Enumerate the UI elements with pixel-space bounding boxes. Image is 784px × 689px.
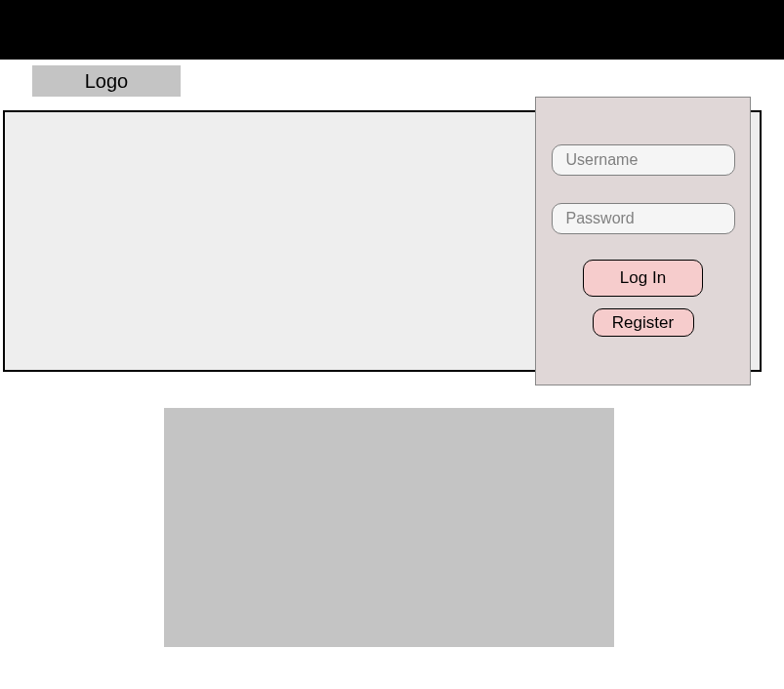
register-button[interactable]: Register	[593, 308, 694, 337]
password-input[interactable]	[552, 203, 735, 234]
logo: Logo	[32, 65, 181, 97]
login-button[interactable]: Log In	[583, 260, 703, 297]
login-panel: Log In Register	[535, 97, 751, 385]
username-input[interactable]	[552, 144, 735, 176]
top-black-bar	[0, 0, 784, 60]
content-image-placeholder	[164, 408, 614, 647]
logo-label: Logo	[85, 70, 129, 93]
